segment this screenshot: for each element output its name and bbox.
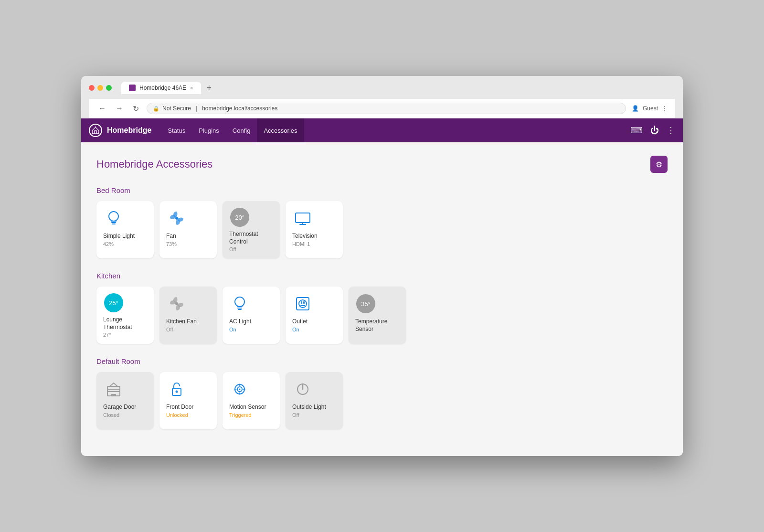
svg-point-15 bbox=[239, 389, 241, 390]
front-door-icon bbox=[166, 379, 187, 400]
nav-status[interactable]: Status bbox=[161, 118, 192, 142]
nav-accessories[interactable]: Accessories bbox=[257, 118, 304, 142]
garage-door-name: Garage Door bbox=[103, 404, 136, 411]
page-header: Homebridge Accessories ⚙ bbox=[96, 156, 668, 173]
address-text: homebridge.local/accessories bbox=[202, 105, 277, 112]
svg-point-1 bbox=[175, 217, 178, 220]
user-label: Guest bbox=[643, 105, 658, 112]
accessory-outlet[interactable]: OutletOn bbox=[286, 287, 343, 344]
outside-light-status: Off bbox=[292, 412, 299, 418]
accessory-kitchen-fan[interactable]: Kitchen FanOff bbox=[159, 287, 217, 344]
ac-light-name: AC Light bbox=[229, 318, 251, 326]
simple-light-status: 42% bbox=[103, 241, 114, 247]
thermostat-control-name: Thermostat Control bbox=[229, 231, 273, 245]
accessory-fan[interactable]: Fan73% bbox=[159, 201, 217, 258]
browser-tabs: Homebridge 46AE × + bbox=[121, 82, 215, 94]
room-0: Bed Room Simple Light42% Fan73%20°Thermo… bbox=[96, 186, 668, 258]
television-icon bbox=[292, 208, 313, 229]
room-grid-0: Simple Light42% Fan73%20°Thermostat Cont… bbox=[96, 201, 668, 258]
address-prefix: Not Secure bbox=[162, 105, 191, 112]
close-dot[interactable] bbox=[89, 85, 95, 91]
fan-icon bbox=[166, 208, 187, 229]
active-tab[interactable]: Homebridge 46AE × bbox=[121, 82, 201, 94]
forward-button[interactable]: → bbox=[114, 103, 125, 114]
rooms-container: Bed Room Simple Light42% Fan73%20°Thermo… bbox=[96, 186, 668, 429]
accessory-outside-light[interactable]: Outside LightOff bbox=[286, 372, 343, 429]
television-status: HDMI 1 bbox=[292, 241, 310, 247]
svg-point-12 bbox=[176, 391, 178, 393]
address-field[interactable]: 🔒 Not Secure | homebridge.local/accessor… bbox=[147, 103, 626, 114]
tab-favicon bbox=[129, 85, 136, 91]
temperature-sensor-icon: 35° bbox=[355, 293, 376, 314]
kitchen-fan-name: Kitchen Fan bbox=[166, 318, 197, 326]
temperature-sensor-name: Temperature Sensor bbox=[355, 318, 399, 333]
settings-button[interactable]: ⚙ bbox=[650, 156, 668, 173]
accessory-lounge-thermostat[interactable]: 25°Lounge Thermostat27° bbox=[96, 287, 154, 344]
accessory-front-door[interactable]: Front DoorUnlocked bbox=[159, 372, 217, 429]
room-title-2: Default Room bbox=[96, 357, 668, 365]
motion-sensor-name: Motion Sensor bbox=[229, 404, 266, 411]
room-2: Default Room Garage DoorClosed Front Doo… bbox=[96, 357, 668, 429]
tab-title: Homebridge 46AE bbox=[139, 85, 186, 91]
app-nav: Homebridge Status Plugins Config Accesso… bbox=[81, 118, 683, 142]
settings-icon: ⚙ bbox=[656, 160, 662, 169]
lounge-thermostat-name: Lounge Thermostat bbox=[103, 316, 147, 331]
address-bar: ← → ↻ 🔒 Not Secure | homebridge.local/ac… bbox=[89, 99, 675, 118]
nav-config[interactable]: Config bbox=[226, 118, 257, 142]
ac-light-status: On bbox=[229, 327, 236, 332]
fan-name: Fan bbox=[166, 233, 176, 240]
front-door-name: Front Door bbox=[166, 404, 193, 411]
accessory-simple-light[interactable]: Simple Light42% bbox=[96, 201, 154, 258]
room-1: Kitchen25°Lounge Thermostat27° Kitchen F… bbox=[96, 272, 668, 344]
room-title-1: Kitchen bbox=[96, 272, 668, 280]
outlet-icon bbox=[292, 293, 313, 314]
lounge-thermostat-status: 27° bbox=[103, 332, 111, 338]
simple-light-name: Simple Light bbox=[103, 233, 135, 240]
tab-close-button[interactable]: × bbox=[190, 85, 193, 91]
simple-light-icon bbox=[103, 208, 124, 229]
main-content: Homebridge Accessories ⚙ Bed Room Simple… bbox=[81, 142, 683, 456]
accessory-temperature-sensor[interactable]: 35°Temperature Sensor bbox=[349, 287, 406, 344]
room-grid-2: Garage DoorClosed Front DoorUnlocked Mot… bbox=[96, 372, 668, 429]
maximize-dot[interactable] bbox=[106, 85, 112, 91]
accessory-television[interactable]: TelevisionHDMI 1 bbox=[286, 201, 343, 258]
fan-status: 73% bbox=[166, 241, 177, 247]
accessory-ac-light[interactable]: AC LightOn bbox=[223, 287, 280, 344]
thermostat-control-status: Off bbox=[229, 246, 236, 252]
front-door-status: Unlocked bbox=[166, 412, 188, 418]
kitchen-fan-status: Off bbox=[166, 327, 173, 332]
lock-icon: 🔒 bbox=[153, 106, 159, 112]
title-bar: Homebridge 46AE × + bbox=[89, 82, 675, 94]
room-grid-1: 25°Lounge Thermostat27° Kitchen FanOff A… bbox=[96, 287, 668, 344]
minimize-dot[interactable] bbox=[97, 85, 103, 91]
svg-rect-10 bbox=[111, 394, 116, 396]
nav-plugins[interactable]: Plugins bbox=[192, 118, 226, 142]
room-title-0: Bed Room bbox=[96, 186, 668, 194]
svg-point-6 bbox=[299, 300, 307, 308]
motion-sensor-icon bbox=[229, 379, 250, 400]
accessory-motion-sensor[interactable]: Motion SensorTriggered bbox=[223, 372, 280, 429]
outside-light-icon bbox=[292, 379, 313, 400]
window-controls bbox=[89, 85, 112, 91]
back-button[interactable]: ← bbox=[96, 103, 108, 114]
reload-button[interactable]: ↻ bbox=[131, 103, 141, 114]
accessory-garage-door[interactable]: Garage DoorClosed bbox=[96, 372, 154, 429]
accessory-thermostat-control[interactable]: 20°Thermostat ControlOff bbox=[223, 201, 280, 258]
terminal-icon[interactable]: ⌨ bbox=[630, 125, 643, 136]
outlet-name: Outlet bbox=[292, 318, 308, 326]
menu-icon[interactable]: ⋮ bbox=[667, 125, 675, 136]
new-tab-button[interactable]: + bbox=[203, 83, 216, 93]
outside-light-name: Outside Light bbox=[292, 404, 326, 411]
svg-rect-7 bbox=[301, 301, 302, 304]
app-logo: Homebridge bbox=[89, 124, 151, 137]
svg-rect-8 bbox=[303, 301, 305, 304]
page-title: Homebridge Accessories bbox=[96, 158, 212, 170]
outlet-status: On bbox=[292, 327, 299, 332]
motion-sensor-status: Triggered bbox=[229, 412, 252, 418]
nav-right: ⌨ ⏻ ⋮ bbox=[630, 125, 675, 136]
nav-items: Status Plugins Config Accessories bbox=[161, 118, 630, 142]
power-icon[interactable]: ⏻ bbox=[650, 126, 659, 136]
browser-chrome: Homebridge 46AE × + ← → ↻ 🔒 Not Secure |… bbox=[81, 76, 683, 118]
garage-door-status: Closed bbox=[103, 412, 119, 418]
garage-door-icon bbox=[103, 379, 124, 400]
